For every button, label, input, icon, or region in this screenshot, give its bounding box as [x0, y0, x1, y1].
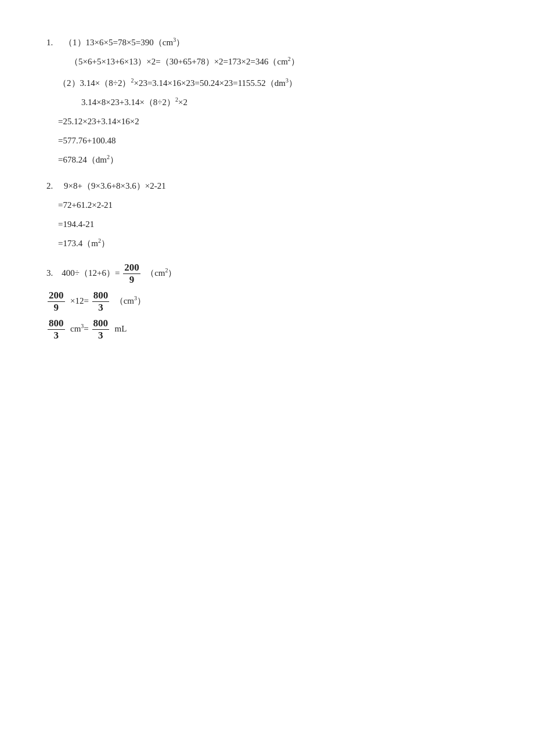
- problem-1-part2-line3: =25.12×23+3.14×16×2: [58, 114, 488, 129]
- problem-1-part2-line1: （2）3.14×（8÷2）2×23=3.14×16×23=50.24×23=11…: [58, 75, 488, 91]
- problem-2: 2. 9×8+（9×3.6+8×3.6）×2-21 =72+61.2×2-21 …: [46, 178, 488, 251]
- problem-2-line2: =72+61.2×2-21: [58, 197, 488, 213]
- problem-2-line1: 9×8+（9×3.6+8×3.6）×2-21: [64, 181, 166, 190]
- problem-1-label: 1. （1）13×6×5=78×5=390（cm3）: [46, 35, 488, 51]
- problem-2-number: 2.: [46, 181, 53, 190]
- fraction-200-9-first: 200 9: [123, 262, 140, 286]
- problem-3-number: 3.: [46, 268, 53, 278]
- main-content: 1. （1）13×6×5=78×5=390（cm3） （5×6+5×13+6×1…: [46, 35, 488, 341]
- fraction-800-3-third: 800 3: [92, 318, 110, 342]
- problem-2-label: 2. 9×8+（9×3.6+8×3.6）×2-21: [46, 178, 488, 194]
- problem-1-part2-line5: =678.24（dm2）: [58, 152, 488, 168]
- problem-1-part2-line2: 3.14×8×23+3.14×（8÷2）2×2: [81, 95, 488, 110]
- fraction-200-9-second: 200 9: [48, 290, 65, 314]
- problem-1-part2-line4: =577.76+100.48: [58, 133, 488, 149]
- problem-2-line4: =173.4（m2）: [58, 236, 488, 251]
- problem-3-line1: 3. 400÷（12+6）= 200 9 （cm2）: [46, 262, 488, 286]
- problem-1: 1. （1）13×6×5=78×5=390（cm3） （5×6+5×13+6×1…: [46, 35, 488, 168]
- fraction-800-3-second: 800 3: [48, 318, 65, 342]
- problem-3-line2: 200 9 ×12= 800 3 （cm3）: [46, 290, 488, 314]
- fraction-800-3-first: 800 3: [92, 290, 110, 314]
- problem-1-part1-line2: （5×6+5×13+6×13）×2=（30+65+78）×2=173×2=346…: [70, 54, 488, 70]
- problem-3-line3: 800 3 cm3= 800 3 mL: [46, 318, 488, 342]
- problem-1-number: 1.: [46, 38, 53, 47]
- problem-2-line3: =194.4-21: [58, 217, 488, 232]
- problem-3: 3. 400÷（12+6）= 200 9 （cm2） 200 9 ×12= 80…: [46, 262, 488, 341]
- problem-1-part1-intro: （1）13×6×5=78×5=390（cm3）: [64, 38, 185, 47]
